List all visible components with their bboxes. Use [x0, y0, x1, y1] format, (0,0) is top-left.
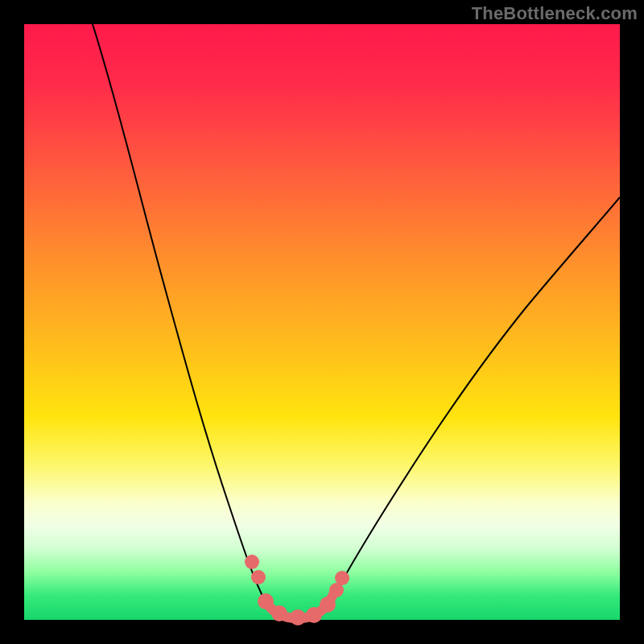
chart-stage: TheBottleneck.com: [0, 0, 644, 644]
bead: [258, 593, 274, 609]
bead: [335, 571, 349, 585]
bead: [245, 555, 259, 569]
curve-layer: [24, 24, 620, 620]
plot-area: [24, 24, 620, 620]
bead: [290, 609, 306, 625]
bead: [251, 570, 266, 584]
bead: [271, 605, 287, 621]
bead: [306, 607, 322, 623]
right-curve: [302, 197, 620, 618]
bead: [320, 597, 336, 613]
left-curve: [93, 24, 302, 618]
watermark-text: TheBottleneck.com: [472, 3, 638, 24]
